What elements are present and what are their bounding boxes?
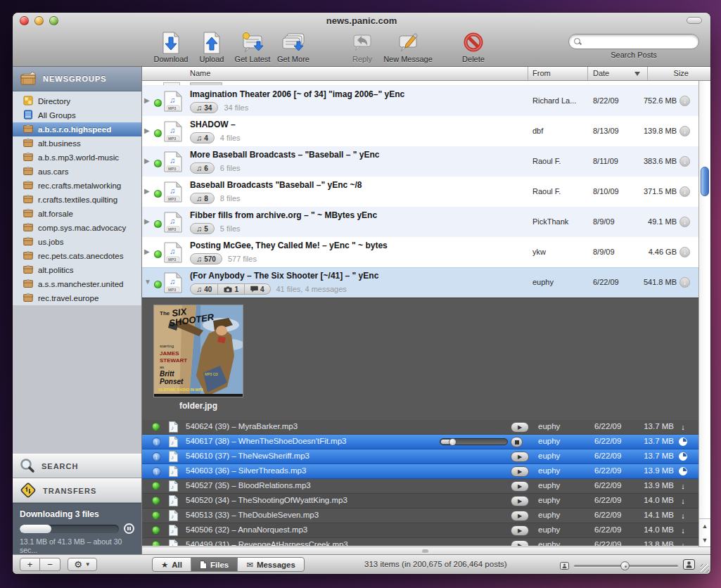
file-row[interactable]: ♪ 540506 (32) – AnnaNorquest.mp3 ▶ euphy… (142, 523, 698, 538)
download-circle-icon[interactable]: ↓ (679, 247, 690, 257)
new-message-button[interactable]: New Message (383, 28, 433, 63)
post-row[interactable]: ▶ ♫ MP3 Baseball Broadcasts "Baseball –"… (142, 177, 698, 207)
file-name: 540520 (34) – TheShootingOfWyattKing.mp3 (186, 496, 347, 504)
stop-button[interactable] (511, 437, 523, 447)
file-row[interactable]: ♪ 540603 (36) – SilverThreads.mp3 ▶ euph… (142, 464, 698, 479)
sidebar-group-alt-business[interactable]: alt.business (13, 136, 141, 151)
download-circle-icon[interactable]: ↓ (679, 126, 690, 136)
play-button[interactable]: ▶ (511, 525, 529, 536)
transfers-section-header[interactable]: TRANSFERS (13, 478, 141, 503)
sidebar-group-alt-forsale[interactable]: alt.forsale (13, 207, 141, 221)
size-slider-thumb[interactable] (620, 561, 630, 570)
post-size: 371.5 MB (644, 187, 677, 196)
play-button[interactable]: ▶ (511, 466, 529, 477)
download-circle-icon[interactable]: ↓ (679, 217, 690, 227)
remove-button[interactable]: − (40, 558, 60, 571)
sidebar-group-label: All Groups (38, 111, 76, 120)
disclosure-triangle-icon[interactable]: ▶ (144, 127, 150, 134)
get-latest-button[interactable]: Get Latest (232, 28, 273, 63)
file-row[interactable]: ♪ 540617 (38) – WhenTheShoeDoesn'tFit.mp… (142, 435, 698, 449)
segment-messages[interactable]: ✉Messages (238, 558, 304, 571)
play-button[interactable]: ▶ (511, 496, 529, 506)
play-button[interactable]: ▶ (511, 540, 529, 546)
badge-capsule: ♫8 (190, 193, 215, 204)
column-header-name[interactable]: Name (190, 69, 210, 77)
download-circle-icon[interactable]: ↓ (679, 277, 690, 288)
post-row[interactable]: ▶ ♫ MP3 Posting McGee, They Called Me! –… (142, 237, 698, 267)
scroll-up-button[interactable]: ▲ (699, 519, 710, 533)
play-button[interactable]: ▶ (511, 422, 529, 433)
search-input[interactable] (582, 35, 698, 48)
file-row[interactable]: ♪ 540499 (31) – RevengeAtHarnessCreek.mp… (142, 538, 698, 546)
download-button[interactable]: Download (151, 28, 191, 63)
scroll-down-button[interactable]: ▼ (699, 533, 710, 547)
sidebar-group-aus-cars[interactable]: aus.cars (13, 165, 141, 179)
disclosure-triangle-icon[interactable]: ▶ (144, 248, 150, 255)
play-button[interactable]: ▶ (511, 511, 529, 521)
post-row[interactable]: ▶ ♫ MP3 SHADOW – ♫4 4 files dbf 8/13/09 … (142, 116, 698, 146)
sidebar-group-us-jobs[interactable]: us.jobs (13, 235, 141, 249)
search-section-header[interactable]: SEARCH (13, 454, 141, 478)
disclosure-triangle-icon[interactable]: ▶ (144, 157, 150, 165)
column-header-date[interactable]: Date (593, 69, 609, 77)
disclosure-triangle-icon[interactable]: ▶ (144, 217, 150, 225)
reply-button[interactable]: Reply (342, 28, 383, 63)
action-menu-button[interactable]: ⚙▼ (68, 558, 97, 571)
post-row[interactable]: ▶ ♫ MP3 Imagination Theater 2006 [~ of 3… (142, 86, 698, 116)
sidebar-group-r-crafts-textiles-quilting[interactable]: r.crafts.textiles.quilting (13, 193, 141, 207)
toolbar-toggle-button[interactable] (687, 17, 702, 24)
sidebar-group-comp-sys-mac-advocacy[interactable]: comp.sys.mac.advocacy (13, 221, 141, 235)
horizontal-scroll-knob[interactable] (422, 549, 428, 553)
file-row[interactable]: ♪ 540610 (37) – TheNewSheriff.mp3 ▶ euph… (142, 449, 698, 464)
disclosure-triangle-icon[interactable]: ▼ (144, 278, 151, 286)
newsgroups-header[interactable]: NEWSGROUPS (13, 67, 141, 91)
segment-files[interactable]: Files (191, 558, 238, 571)
upload-button[interactable]: Upload (191, 28, 232, 63)
sidebar-group-a-b-s-mp3-world-music[interactable]: a.b.s.mp3.world-music (13, 151, 141, 165)
file-row[interactable]: ♪ 540513 (33) – TheDoubleSeven.mp3 ▶ eup… (142, 509, 698, 523)
download-circle-icon[interactable]: ↓ (679, 186, 690, 197)
sidebar-group-alt-politics[interactable]: alt.politics (13, 263, 141, 277)
file-name: 540610 (37) – TheNewSheriff.mp3 (186, 452, 310, 460)
audio-file-icon: ♪ (169, 436, 178, 449)
horizontal-scrollbar[interactable] (142, 547, 710, 554)
post-row[interactable]: ▶ ♫ MP3 Fibber fills from archive.org – … (142, 207, 698, 237)
playback-progress-slider[interactable] (440, 438, 508, 445)
segment-all[interactable]: ★All (153, 558, 191, 571)
disclosure-triangle-icon[interactable]: ▶ (144, 96, 150, 104)
sidebar-group-directory[interactable]: Directory (13, 94, 141, 108)
file-row[interactable]: ♪ 540520 (34) – TheShootingOfWyattKing.m… (142, 494, 698, 509)
file-size: 13.7 MB (644, 452, 674, 460)
window-resize-grip[interactable] (701, 564, 709, 573)
playback-slider-thumb[interactable] (449, 438, 457, 446)
sidebar-group-all-groups[interactable]: All Groups (13, 108, 141, 122)
play-button[interactable]: ▶ (511, 452, 529, 462)
sidebar-group-a-b-s-r-o-highspeed[interactable]: a.b.s.r.o.highspeed (13, 122, 141, 136)
post-row[interactable]: ▼ ♫ MP3 (For Anybody – The Six Shooter [… (142, 267, 698, 298)
size-slider-track[interactable] (574, 565, 678, 567)
column-header-from[interactable]: From (532, 69, 551, 77)
download-circle-icon[interactable]: ↓ (679, 156, 690, 167)
audio-file-icon: ♪ (169, 539, 178, 546)
sidebar-group-rec-crafts-metalworking[interactable]: rec.crafts.metalworking (13, 179, 141, 193)
get-more-button[interactable]: Get More (273, 28, 314, 63)
titlebar[interactable]: news.panic.com (13, 13, 710, 28)
small-image-icon (560, 560, 569, 573)
play-button[interactable]: ▶ (511, 481, 529, 492)
file-row[interactable]: ♪ 540527 (35) – BloodRelations.mp3 ▶ eup… (142, 479, 698, 494)
album-art-thumbnail[interactable]: The SIX SHOOTER starring JAMES STEWART a… (153, 305, 243, 397)
sidebar-group-rec-pets-cats-anecdotes[interactable]: rec.pets.cats.anecdotes (13, 249, 141, 263)
vertical-scrollbar[interactable]: ▲ ▼ (698, 81, 710, 547)
add-button[interactable]: + (20, 558, 40, 571)
download-circle-icon[interactable]: ↓ (679, 96, 690, 106)
column-header-size[interactable]: Size (674, 69, 689, 77)
pause-button[interactable] (124, 523, 134, 534)
search-field[interactable] (568, 34, 699, 49)
sidebar-group-a-s-s-manchester-united[interactable]: a.s.s.manchester.united (13, 277, 141, 291)
vertical-scroll-thumb[interactable] (701, 167, 709, 196)
file-row[interactable]: ♪ 540624 (39) – MyraBarker.mp3 ▶ euphy 6… (142, 420, 698, 435)
sidebar-group-rec-travel-europe[interactable]: rec.travel.europe (13, 291, 141, 305)
delete-button[interactable]: Delete (453, 28, 494, 63)
post-row[interactable]: ▶ ♫ MP3 More Baseball Broadcasts – "Base… (142, 146, 698, 177)
disclosure-triangle-icon[interactable]: ▶ (144, 187, 150, 195)
